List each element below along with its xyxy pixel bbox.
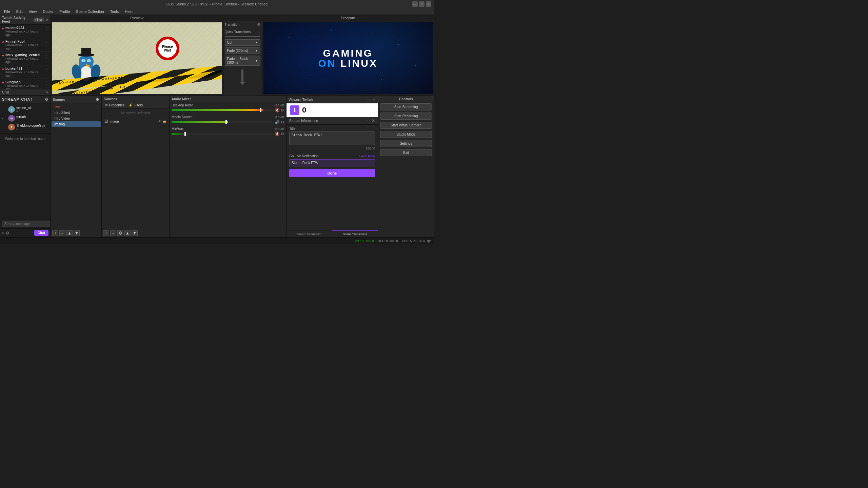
- viewers-close-button[interactable]: ✕: [372, 97, 376, 102]
- scenes-remove-button[interactable]: −: [59, 230, 65, 236]
- source-item-image[interactable]: 🖼 Image 👁 🔒: [102, 118, 169, 124]
- chat-close-button[interactable]: ✕: [46, 90, 48, 94]
- chat-tab-label[interactable]: Chat: [2, 90, 9, 94]
- svg-rect-3: [81, 48, 91, 56]
- audio-mixer-header: Audio Mixer: [170, 96, 286, 102]
- fade-transition-button[interactable]: Fade (300ms) ▼: [225, 47, 260, 54]
- cut-transition-button[interactable]: Cut ▼: [225, 39, 260, 46]
- tab-stream-information[interactable]: Stream Information: [287, 230, 332, 237]
- menu-edit[interactable]: Edit: [14, 9, 25, 14]
- minimize-button[interactable]: —: [412, 1, 418, 7]
- list-item[interactable]: S scaine_uk ♥ 5: [7, 105, 46, 114]
- mic-aux-db: 0.0 dB: [275, 127, 284, 131]
- stream-info-minimize-button[interactable]: —: [366, 118, 370, 123]
- sources-settings-button[interactable]: ⚙: [117, 230, 123, 236]
- audio-mixer-inner: Desktop Audio -3.1 dB 🔇 ⚙: [170, 102, 286, 237]
- media-source-fader[interactable]: [172, 121, 274, 123]
- media-source-settings-button[interactable]: ⚙: [281, 120, 284, 124]
- stream-info-close-button[interactable]: ✕: [372, 118, 375, 123]
- sources-list: 🖼 Image 👁 🔒: [102, 118, 169, 229]
- activity-filter-button[interactable]: Filter: [34, 18, 44, 22]
- stream-title-input[interactable]: Steam Deck FTW!: [289, 131, 375, 145]
- start-recording-button[interactable]: Start Recording: [380, 113, 432, 120]
- transition-header: Transition ⚙: [225, 22, 260, 27]
- activity-username: linux_gaming_central: [5, 53, 42, 57]
- chat-settings-icon[interactable]: ⚙: [45, 97, 48, 102]
- media-source-mute-button[interactable]: 🔊: [275, 120, 280, 124]
- menu-help[interactable]: Help: [122, 9, 135, 14]
- source-eye-icon[interactable]: 👁: [158, 120, 162, 123]
- fade-black-transition-button[interactable]: Fade to Black (300ms) ▼: [225, 56, 260, 66]
- viewers-minimize-button[interactable]: —: [367, 97, 371, 102]
- image-icon: 🖼: [104, 119, 108, 123]
- menu-file[interactable]: File: [1, 9, 13, 14]
- audio-track-media: Media Source 0.0 dB 🔊 ⚙: [170, 114, 286, 126]
- sources-add-button[interactable]: +: [103, 230, 109, 236]
- sources-up-button[interactable]: ▲: [124, 230, 131, 236]
- activity-more-button[interactable]: ⋮: [44, 40, 48, 45]
- sources-properties-button[interactable]: 👁 Properties: [103, 103, 126, 107]
- desktop-audio-fader[interactable]: [172, 109, 274, 111]
- go-live-section: Go Live Notification Learn More Done: [287, 152, 378, 179]
- scenes-add-button[interactable]: +: [52, 230, 58, 236]
- learn-more-link[interactable]: Learn More: [359, 155, 375, 158]
- scene-item-intro-silent[interactable]: Intro Silent: [52, 110, 101, 116]
- sources-filters-button[interactable]: ⚡ Filters: [127, 103, 144, 107]
- mic-aux-fader[interactable]: [172, 133, 274, 135]
- menu-view[interactable]: View: [26, 9, 40, 14]
- chat-nav-next[interactable]: ›: [48, 115, 51, 121]
- menu-scene-collection[interactable]: Scene Collection: [73, 9, 107, 14]
- menu-profile[interactable]: Profile: [57, 9, 73, 14]
- mic-aux-mute-button[interactable]: 🔇: [275, 131, 280, 136]
- start-virtual-camera-button[interactable]: Start Virtual Camera: [380, 122, 432, 129]
- sources-down-button[interactable]: ▼: [132, 230, 138, 236]
- list-item[interactable]: T TheMonologueGuy 1: [7, 123, 46, 131]
- go-live-input[interactable]: [289, 159, 375, 166]
- desktop-audio-settings-button[interactable]: ⚙: [281, 108, 284, 113]
- quick-transitions-add-button[interactable]: +: [257, 29, 260, 35]
- stream-chat-label: STREAM CHAT: [2, 97, 33, 101]
- desktop-audio-mute-button[interactable]: 🔇: [275, 108, 280, 113]
- mic-aux-settings-button[interactable]: ⚙: [281, 132, 284, 136]
- user-badge: 1: [16, 127, 45, 130]
- username: scaine_uk: [16, 106, 45, 110]
- sources-remove-button[interactable]: −: [110, 230, 116, 236]
- activity-more-button[interactable]: ⋮: [44, 26, 48, 32]
- scene-item-waiting[interactable]: Waiting: [52, 121, 101, 127]
- transition-gear-icon[interactable]: ⚙: [257, 22, 260, 27]
- stream-info-header: Stream Information — ✕: [287, 117, 378, 125]
- scenes-settings-icon[interactable]: ⚙: [96, 97, 99, 102]
- scenes-down-button[interactable]: ▼: [74, 230, 80, 236]
- heart-icon: ♥: [2, 81, 4, 85]
- viewers-panel: Viewers Twitch — ✕ t 0 Stream Informatio…: [287, 96, 378, 237]
- source-name: Image: [110, 120, 119, 123]
- tab-scene-transitions[interactable]: Scene Transitions: [332, 230, 378, 237]
- program-canvas: GAMING ON LINUX: [263, 22, 433, 94]
- chat-nav-row: ‹ S scaine_uk ♥ 5 M mruuh 1: [0, 103, 51, 134]
- activity-more-button[interactable]: ⋮: [44, 53, 48, 59]
- scene-item-live[interactable]: Live: [52, 104, 101, 110]
- activity-more-button[interactable]: ⋮: [44, 80, 48, 86]
- scenes-up-button[interactable]: ▲: [66, 230, 73, 236]
- chat-settings-gear[interactable]: ⚙: [6, 231, 9, 236]
- activity-close-button[interactable]: ✕: [46, 18, 48, 22]
- heart-icon: ♥: [2, 27, 4, 30]
- activity-more-button[interactable]: ⋮: [44, 67, 48, 72]
- close-button[interactable]: ✕: [426, 1, 431, 7]
- maximize-button[interactable]: □: [419, 1, 425, 7]
- start-streaming-button[interactable]: Start Streaming: [380, 103, 432, 110]
- exit-button[interactable]: Exit: [380, 149, 432, 156]
- source-lock-icon[interactable]: 🔒: [162, 120, 166, 123]
- menu-docks[interactable]: Docks: [40, 9, 56, 14]
- chat-message-input[interactable]: [2, 221, 50, 227]
- chat-nav-prev[interactable]: ‹: [1, 115, 5, 121]
- list-item[interactable]: M mruuh 1: [7, 114, 46, 122]
- done-button[interactable]: Done: [289, 169, 375, 177]
- studio-mode-button[interactable]: Studio Mode: [380, 131, 432, 138]
- menu-tools[interactable]: Tools: [107, 9, 122, 14]
- settings-button[interactable]: Settings: [380, 140, 432, 147]
- chat-messages: Welcome to the chat room!: [0, 134, 51, 219]
- chat-send-button[interactable]: Chat: [34, 230, 48, 236]
- scene-item-intro-video[interactable]: Intro Video: [52, 116, 101, 121]
- heart-icon: ♥: [2, 67, 4, 71]
